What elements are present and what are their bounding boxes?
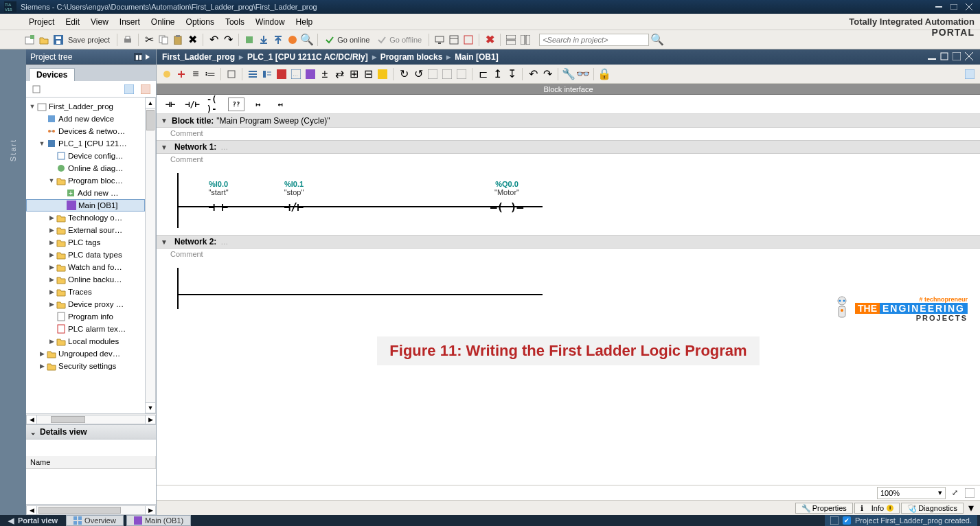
new-project-icon[interactable] [23, 34, 36, 46]
tree-item-7[interactable]: +Add new … [26, 187, 145, 199]
ed-icon-14[interactable]: ⊟ [362, 68, 374, 80]
tree-item-0[interactable]: ▼First_Ladder_prog [26, 100, 145, 113]
upload-icon[interactable] [272, 34, 284, 46]
details-view-header[interactable]: ⌄Details view [26, 424, 156, 439]
instr-nc-contact[interactable]: ⊣/⊢ [184, 98, 201, 111]
block-title-value[interactable]: "Main Program Sweep (Cycle)" [216, 116, 330, 126]
close-button[interactable] [962, 2, 976, 12]
tree-item-11[interactable]: ▶PLC tags [26, 236, 145, 249]
tab-properties[interactable]: 🔧Properties [795, 503, 853, 514]
tree-item-2[interactable]: Devices & netwo… [26, 125, 145, 137]
editor-maximize-icon[interactable] [953, 52, 962, 62]
tree-expander[interactable]: ▶ [48, 276, 55, 283]
simulate-icon[interactable] [286, 34, 299, 46]
zoom-select[interactable]: 100%▾ [877, 487, 946, 499]
open-project-icon[interactable] [38, 34, 50, 46]
instr-branch-open[interactable]: ↦ [250, 98, 266, 111]
monitor-icon[interactable] [433, 34, 446, 46]
tree-item-5[interactable]: Online & diag… [26, 162, 145, 174]
ed-icon-27[interactable]: 👓 [577, 68, 589, 80]
ed-icon-21[interactable]: ⊏ [477, 68, 489, 80]
go-online-button[interactable]: Go online [322, 35, 372, 45]
ed-icon-18[interactable] [426, 68, 439, 80]
tree-item-20[interactable]: ▶Ungrouped dev… [26, 347, 145, 360]
tree-expander[interactable]: ▶ [48, 239, 55, 246]
ed-icon-20[interactable] [455, 68, 468, 80]
ed-icon-8[interactable] [275, 68, 288, 80]
ed-icon-23[interactable]: ↧ [505, 68, 518, 80]
tree-item-16[interactable]: ▶Device proxy … [26, 298, 145, 310]
ed-icon-10[interactable] [304, 68, 317, 80]
tree-item-10[interactable]: ▶External sour… [26, 224, 145, 236]
ed-icon-19[interactable] [441, 68, 453, 80]
zoom-fit-icon[interactable]: ⤢ [948, 487, 961, 499]
tree-item-14[interactable]: ▶Online backu… [26, 273, 145, 286]
tree-item-8[interactable]: Main [OB1] [26, 199, 145, 211]
crumb-blocks[interactable]: Program blocks [380, 52, 443, 62]
tab-info[interactable]: ℹInfoi [854, 503, 900, 514]
ed-icon-17[interactable]: ↺ [412, 68, 424, 80]
tree-expander[interactable]: ▶ [48, 338, 55, 345]
editor-close-icon[interactable] [965, 52, 975, 62]
n1-contact-start[interactable]: %I0.0 "start" ⊣ ⊢ [191, 180, 246, 213]
watch-icon[interactable] [448, 34, 460, 46]
n1-contact-stop[interactable]: %I0.1 "stop" ⊣/⊢ [266, 180, 321, 213]
tree-item-18[interactable]: PLC alarm tex… [26, 323, 145, 335]
tree-item-9[interactable]: ▶Technology o… [26, 211, 145, 224]
footer-tab-overview[interactable]: Overview [66, 515, 124, 526]
editor-minimize-icon[interactable] [928, 52, 937, 62]
cut-icon[interactable]: ✂ [143, 34, 155, 46]
instr-coil[interactable]: -( )- [206, 98, 223, 111]
tree-collapse-icon[interactable]: ▮▮ [134, 53, 142, 61]
ed-icon-7[interactable] [261, 68, 273, 80]
print-icon[interactable] [122, 34, 134, 46]
tree-expander[interactable]: ▶ [48, 214, 55, 221]
crumb-plc[interactable]: PLC_1 [CPU 1211C AC/DC/Rly] [247, 52, 368, 62]
menu-project[interactable]: Project [23, 17, 60, 27]
menu-window[interactable]: Window [250, 17, 290, 27]
save-project-label[interactable]: Save project [68, 36, 110, 44]
search-in-project-input[interactable] [539, 34, 649, 46]
tree-expander[interactable]: ▶ [48, 227, 55, 233]
tree-item-6[interactable]: ▼Program bloc… [26, 174, 145, 187]
save-icon[interactable] [52, 34, 65, 46]
redo-icon[interactable]: ↷ [222, 34, 234, 46]
ed-icon-26[interactable]: 🔧 [562, 68, 575, 80]
crumb-project[interactable]: First_Ladder_prog [162, 52, 235, 62]
tab-diagnostics[interactable]: 🩺Diagnostics [901, 503, 964, 514]
undo-icon[interactable]: ↶ [207, 34, 220, 46]
tree-config-icon[interactable] [30, 83, 43, 95]
menu-edit[interactable]: Edit [60, 17, 85, 27]
menu-insert[interactable]: Insert [114, 17, 146, 27]
details-hscrollbar[interactable]: ◀▶ [26, 504, 156, 515]
tree-item-15[interactable]: ▶Traces [26, 286, 145, 298]
force-icon[interactable] [462, 34, 475, 46]
tree-view1-icon[interactable] [123, 83, 135, 95]
copy-icon[interactable] [157, 34, 170, 46]
cross-icon[interactable]: ✖ [483, 34, 496, 46]
devices-tab[interactable]: Devices [29, 68, 75, 81]
ed-icon-13[interactable]: ⊞ [347, 68, 360, 80]
crumb-main[interactable]: Main [OB1] [455, 52, 498, 62]
search-go-icon[interactable]: 🔍 [651, 34, 663, 46]
menu-tools[interactable]: Tools [220, 17, 250, 27]
tree-expander[interactable]: ▶ [48, 264, 55, 271]
compile-icon[interactable] [243, 34, 255, 46]
ed-icon-16[interactable]: ↻ [398, 68, 410, 80]
tree-expander[interactable]: ▼ [29, 103, 36, 110]
menu-online[interactable]: Online [146, 17, 181, 27]
tree-expander[interactable]: ▼ [48, 177, 55, 184]
block-comment[interactable]: Comment [157, 128, 980, 140]
maximize-button[interactable] [947, 2, 961, 12]
tree-expander[interactable]: ▶ [48, 301, 55, 308]
tree-item-13[interactable]: ▶Watch and fo… [26, 261, 145, 273]
tree-view2-icon[interactable] [139, 83, 152, 95]
ed-icon-4[interactable]: ≔ [204, 68, 216, 80]
tree-expander[interactable]: ▶ [48, 288, 55, 295]
tree-item-12[interactable]: ▶PLC data types [26, 249, 145, 261]
menu-view[interactable]: View [85, 17, 114, 27]
network-1-header[interactable]: ▼ Network 1: … [157, 140, 980, 154]
zoom-overview-icon[interactable] [964, 487, 976, 499]
menu-options[interactable]: Options [181, 17, 220, 27]
instr-branch-close[interactable]: ↤ [272, 98, 288, 111]
